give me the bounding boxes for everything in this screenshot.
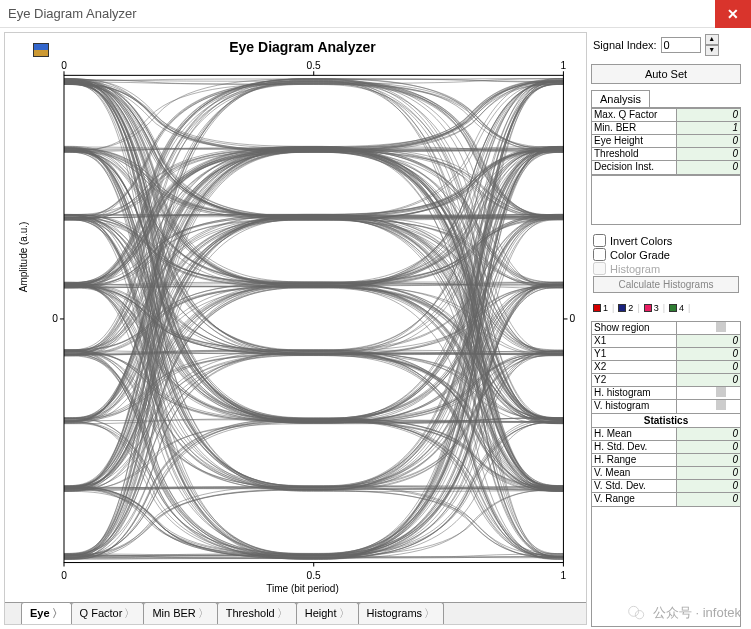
param-row[interactable]: V. Mean0 [592, 467, 740, 480]
param-row[interactable]: Y10 [592, 348, 740, 361]
bottom-tabs: Eye Q Factor Min BER Threshold Height Hi… [5, 602, 586, 624]
window-title: Eye Diagram Analyzer [8, 6, 715, 21]
svg-text:0: 0 [570, 313, 576, 324]
color-grade-checkbox[interactable] [593, 248, 606, 261]
param-row[interactable]: H. Mean0 [592, 428, 740, 441]
param-row[interactable]: V. Range0 [592, 493, 740, 506]
x-tick-1: 0.5 [307, 60, 321, 71]
param-row[interactable]: Y20 [592, 374, 740, 387]
legend-item[interactable]: 3 [644, 303, 659, 313]
legend-item[interactable]: 1 [593, 303, 608, 313]
properties-panel: Signal Index: ▲ ▼ Auto Set Analysis Max.… [591, 32, 741, 625]
param-row[interactable]: V. histogram [592, 400, 740, 413]
calculate-histograms-button[interactable]: Calculate Histograms [593, 276, 739, 293]
titlebar: Eye Diagram Analyzer ✕ [0, 0, 751, 28]
eye-diagram-plot[interactable]: Amplitude (a.u.) 0 0.5 1 0 0.5 1 0 0 [25, 57, 580, 587]
tab-threshold[interactable]: Threshold [217, 602, 297, 624]
spinner-up-icon[interactable]: ▲ [705, 34, 719, 45]
param-row[interactable]: Decision Inst.0 [592, 161, 740, 174]
chart-panel: Signal Eye Diagram Analyzer Amplitude (a… [4, 32, 587, 625]
param-row[interactable]: Min. BER1 [592, 122, 740, 135]
param-row[interactable]: Threshold0 [592, 148, 740, 161]
invert-colors-checkbox[interactable] [593, 234, 606, 247]
svg-text:0.5: 0.5 [307, 570, 321, 581]
chart-title: Eye Diagram Analyzer [25, 39, 580, 55]
legend-item[interactable]: 4 [669, 303, 684, 313]
signal-index-input[interactable] [661, 37, 701, 53]
close-button[interactable]: ✕ [715, 0, 751, 28]
watermark: 公众号 · infotek [627, 603, 741, 623]
x-tick-0: 0 [61, 60, 67, 71]
y-axis-label: Amplitude (a.u.) [18, 222, 29, 293]
histogram-checkbox [593, 262, 606, 275]
legend-row: 1|2|3|4| [591, 301, 741, 315]
statistics-header: Statistics [591, 414, 741, 428]
param-row[interactable]: Show region [592, 322, 740, 335]
param-row[interactable]: H. Std. Dev.0 [592, 441, 740, 454]
param-row[interactable]: X20 [592, 361, 740, 374]
spinner-down-icon[interactable]: ▼ [705, 45, 719, 56]
legend-item[interactable]: 2 [618, 303, 633, 313]
svg-point-15 [635, 611, 643, 619]
param-row[interactable]: H. histogram [592, 387, 740, 400]
svg-text:1: 1 [561, 570, 567, 581]
param-row[interactable]: H. Range0 [592, 454, 740, 467]
tab-height[interactable]: Height [296, 602, 359, 624]
param-row[interactable]: V. Std. Dev.0 [592, 480, 740, 493]
tab-analysis[interactable]: Analysis [591, 90, 650, 107]
param-row[interactable]: Max. Q Factor0 [592, 109, 740, 122]
svg-text:0: 0 [52, 313, 58, 324]
tab-histograms[interactable]: Histograms [358, 602, 445, 624]
svg-text:0: 0 [61, 570, 67, 581]
x-tick-2: 1 [561, 60, 567, 71]
tab-min-ber[interactable]: Min BER [143, 602, 217, 624]
wechat-icon [627, 603, 647, 623]
param-row[interactable]: X10 [592, 335, 740, 348]
signal-index-label: Signal Index: [593, 39, 657, 51]
tab-eye[interactable]: Eye [21, 602, 72, 624]
param-row[interactable]: Eye Height0 [592, 135, 740, 148]
analysis-table: Max. Q Factor0Min. BER1Eye Height0Thresh… [591, 108, 741, 175]
auto-set-button[interactable]: Auto Set [591, 64, 741, 84]
tab-q-factor[interactable]: Q Factor [71, 602, 145, 624]
save-icon[interactable] [33, 43, 49, 57]
